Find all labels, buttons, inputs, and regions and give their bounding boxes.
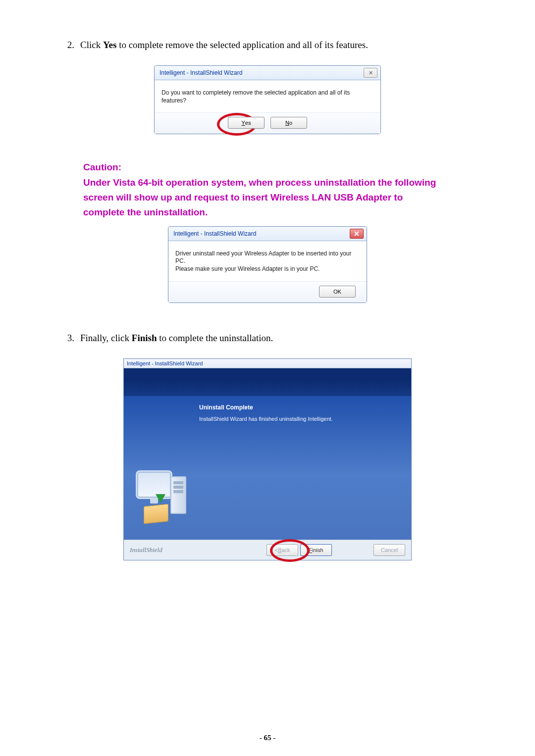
tower-icon [170,476,186,514]
wizard-content: Uninstall Complete InstallShield Wizard … [199,396,411,540]
dialog2-message: Driver uninstall need your Wireless Adap… [168,241,367,281]
insert-adapter-dialog: Intelligent - InstallShield Wizard ✕ Dri… [168,226,367,303]
document-page: 2. Click Yes to complete remove the sele… [0,0,535,756]
step-2-bold: Yes [103,40,116,50]
dialog2-button-row: OK [168,281,367,302]
page-number: - 65 - [0,734,535,742]
wizard-body-text: InstallShield Wizard has finished uninst… [199,416,403,422]
confirm-remove-dialog: Intelligent - InstallShield Wizard ✕ Do … [154,65,381,134]
ok-button[interactable]: OK [319,286,356,298]
caution-block: Caution: Under Vista 64-bit operation sy… [83,160,440,220]
dialog2-line2: Please make sure your Wireless Adapter i… [175,265,360,273]
dialog2-title: Intelligent - InstallShield Wizard [173,230,256,237]
step-3-text: Finally, click Finish to complete the un… [80,333,472,344]
installshield-brand: InstallShield [130,546,162,554]
wizard-heading: Uninstall Complete [199,404,403,411]
package-box-icon [144,504,168,524]
step-3-suffix: to complete the uninstallation. [157,333,273,343]
yes-button[interactable]: Yes [228,117,265,129]
dialog2-line1: Driver uninstall need your Wireless Adap… [175,250,360,265]
wizard-banner [124,368,411,396]
dialog-titlebar: Intelligent - InstallShield Wizard ✕ [155,66,380,80]
wizard-titlebar: Intelligent - InstallShield Wizard [124,359,411,368]
step-3-bold: Finish [132,333,157,343]
back-button[interactable]: < Back [267,544,298,556]
step-2-prefix: Click [80,40,103,50]
dialog-message: Do you want to completely remove the sel… [155,80,380,112]
step-3-prefix: Finally, click [80,333,132,343]
wizard-body: Uninstall Complete InstallShield Wizard … [124,396,411,540]
close-icon[interactable]: ✕ [364,68,377,78]
finish-button[interactable]: Finish [300,544,332,556]
wizard-title: Intelligent - InstallShield Wizard [127,360,203,366]
dialog-title: Intelligent - InstallShield Wizard [160,69,242,76]
dialog-button-row: Yes No [155,112,380,134]
step-3: 3. Finally, click Finish to complete the… [63,333,472,344]
step-3-number: 3. [63,333,74,344]
arrow-down-icon [156,494,165,503]
step-2-suffix: to complete remove the selected applicat… [116,40,368,50]
computer-box-illustration [132,466,191,526]
step-2: 2. Click Yes to complete remove the sele… [63,40,472,50]
no-button[interactable]: No [270,117,307,129]
monitor-icon [136,470,172,499]
step-2-number: 2. [63,40,74,50]
uninstall-complete-wizard: Intelligent - InstallShield Wizard Unins… [123,358,412,560]
wizard-sidebar [124,396,199,540]
close-icon[interactable]: ✕ [350,229,364,239]
wizard-footer: InstallShield < Back Finish Cancel [124,540,411,560]
dialog2-titlebar: Intelligent - InstallShield Wizard ✕ [168,227,367,241]
step-2-text: Click Yes to complete remove the selecte… [80,40,472,50]
cancel-button[interactable]: Cancel [374,544,405,556]
caution-text: Under Vista 64-bit operation system, whe… [83,175,440,220]
caution-heading: Caution: [83,160,440,175]
